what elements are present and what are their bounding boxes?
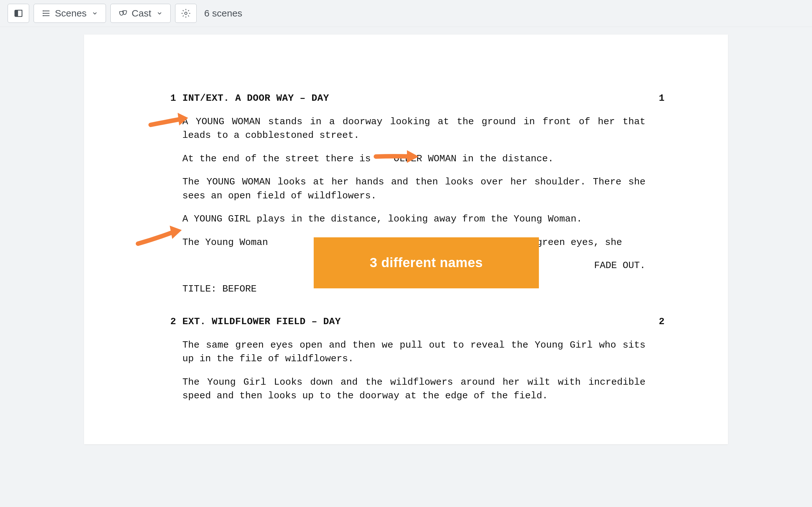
svg-point-8 [43, 13, 43, 13]
callout-text: 3 different names [370, 255, 483, 270]
sidebar-toggle-button[interactable] [8, 4, 29, 23]
scene-number-right: 2 [646, 315, 664, 329]
scene-count-label: 6 scenes [204, 8, 242, 19]
settings-button[interactable] [175, 4, 197, 23]
action-paragraph[interactable]: The Young Girl Looks down and the wildfl… [183, 376, 646, 403]
list-icon [42, 9, 51, 18]
chevron-down-icon [92, 10, 98, 16]
scene-heading[interactable]: INT/EXT. A DOOR WAY – DAY [183, 92, 646, 106]
annotation-arrow-icon [135, 223, 189, 248]
svg-point-7 [43, 11, 43, 11]
scenes-dropdown[interactable]: Scenes [34, 4, 106, 23]
sidebar-icon [14, 9, 23, 18]
chevron-down-icon [156, 10, 163, 16]
toolbar: Scenes Cast 6 scenes [0, 0, 812, 27]
screenplay-document[interactable]: 1 INT/EXT. A DOOR WAY – DAY 1 A YOUNG WO… [84, 35, 728, 444]
action-paragraph[interactable]: A YOUNG WOMAN stands in a doorway lookin… [183, 115, 646, 143]
scene-number-right: 1 [646, 92, 664, 106]
action-paragraph[interactable]: At the end of the street there is OLDER … [183, 152, 646, 166]
scene-heading-row: 1 INT/EXT. A DOOR WAY – DAY 1 [148, 92, 664, 106]
scenes-label: Scenes [55, 8, 87, 19]
action-paragraph[interactable]: A YOUNG GIRL plays in the distance, look… [183, 212, 646, 226]
gear-icon [181, 9, 191, 18]
scene-number-left: 1 [148, 92, 183, 106]
document-container: 1 INT/EXT. A DOOR WAY – DAY 1 A YOUNG WO… [0, 27, 812, 444]
scene-heading-row: 2 EXT. WILDFLOWER FIELD – DAY 2 [148, 315, 664, 329]
action-paragraph[interactable]: The same green eyes open and then we pul… [183, 338, 646, 366]
scene-number-left: 2 [148, 315, 183, 329]
cast-label: Cast [132, 8, 151, 19]
scene-heading[interactable]: EXT. WILDFLOWER FIELD – DAY [183, 315, 646, 329]
annotation-callout: 3 different names [314, 237, 539, 288]
svg-rect-3 [18, 10, 22, 16]
svg-point-9 [43, 15, 43, 16]
masks-icon [118, 9, 128, 18]
svg-point-10 [185, 12, 187, 14]
action-paragraph[interactable]: The YOUNG WOMAN looks at her hands and t… [183, 175, 646, 203]
cast-dropdown[interactable]: Cast [110, 4, 171, 23]
svg-rect-2 [15, 10, 18, 16]
